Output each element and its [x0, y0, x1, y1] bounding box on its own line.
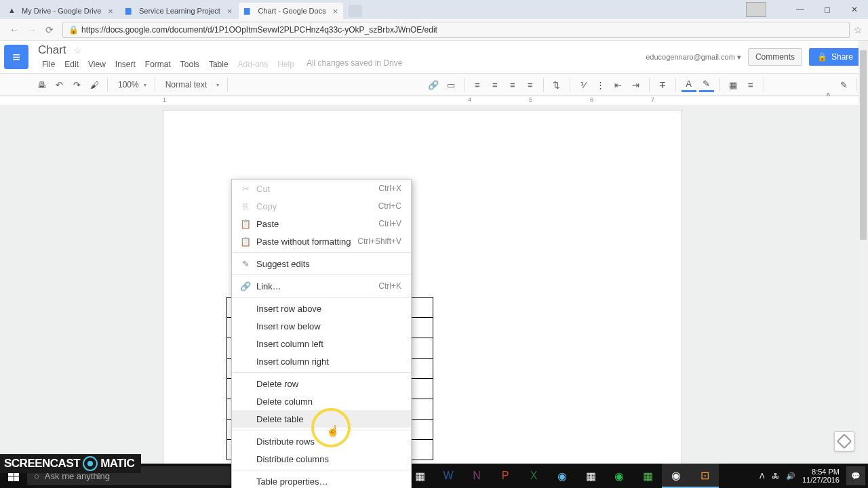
menu-file[interactable]: File: [38, 58, 59, 70]
document-title[interactable]: Chart: [38, 43, 66, 57]
tray-chevron-icon[interactable]: ᐱ: [760, 472, 765, 481]
menu-view[interactable]: View: [84, 58, 110, 70]
chrome-profile-button[interactable]: [746, 2, 766, 17]
insert-link-button[interactable]: 🔗: [426, 77, 441, 92]
style-select[interactable]: Normal text: [161, 77, 222, 92]
context-menu-item[interactable]: ✎Suggest edits: [232, 255, 411, 272]
context-menu-item[interactable]: Table properties…: [232, 472, 411, 488]
numbered-list-button[interactable]: ⅟: [576, 77, 591, 92]
editing-mode-button[interactable]: ✎: [836, 77, 851, 92]
back-button[interactable]: ←: [7, 22, 22, 37]
user-email[interactable]: educogennaro@gmail.com ▾: [646, 53, 741, 62]
context-menu-item[interactable]: Delete row: [232, 375, 411, 392]
border-width-button[interactable]: ≡: [743, 77, 758, 92]
menu-item-label: Delete row: [254, 379, 401, 389]
redo-button[interactable]: ↷: [69, 77, 84, 92]
context-menu-item[interactable]: 🔗Link…Ctrl+K: [232, 277, 411, 295]
context-menu-item[interactable]: Distribute columns: [232, 450, 411, 468]
increase-indent-button[interactable]: ⇥: [629, 77, 644, 92]
decrease-indent-button[interactable]: ⇤: [611, 77, 626, 92]
bookmark-star-icon[interactable]: ☆: [854, 24, 863, 35]
menu-item-label: Copy: [254, 201, 378, 211]
zoom-select[interactable]: 100%: [113, 77, 149, 92]
align-justify-button[interactable]: ≡: [523, 77, 538, 92]
context-menu-item[interactable]: 📋Paste without formattingCtrl+Shift+V: [232, 232, 411, 250]
menu-item-icon: ✂: [237, 184, 254, 194]
highlight-color-button[interactable]: A: [682, 77, 696, 92]
context-menu-item[interactable]: Delete column: [232, 392, 411, 410]
taskbar-app[interactable]: ▦: [633, 464, 662, 488]
menu-tools[interactable]: Tools: [176, 58, 203, 70]
paint-format-button[interactable]: 🖌: [87, 77, 102, 92]
forward-button[interactable]: →: [24, 22, 39, 37]
context-menu-item[interactable]: Distribute rows: [232, 432, 411, 450]
ruler[interactable]: 1 4 5 6 7: [0, 96, 868, 106]
new-tab-button[interactable]: [349, 5, 362, 17]
taskbar-chrome[interactable]: ◉: [662, 464, 690, 488]
align-right-button[interactable]: ≡: [505, 77, 520, 92]
tray-clock[interactable]: 8:54 PM 11/27/2016: [802, 468, 840, 484]
taskbar-powerpoint[interactable]: P: [491, 464, 519, 488]
print-button[interactable]: 🖶: [34, 77, 49, 92]
taskbar-excel[interactable]: X: [519, 464, 548, 488]
undo-button[interactable]: ↶: [52, 77, 66, 92]
context-menu-item[interactable]: Insert column right: [232, 352, 411, 370]
menu-addons[interactable]: Add-ons: [234, 58, 273, 70]
tray-volume-icon[interactable]: 🔊: [786, 472, 795, 481]
close-icon[interactable]: ×: [333, 6, 338, 16]
context-menu-item[interactable]: Delete table: [232, 410, 411, 428]
browser-tab[interactable]: ▲ My Drive - Google Drive ×: [3, 3, 119, 19]
line-spacing-button[interactable]: ⇅: [549, 77, 564, 92]
taskbar-onenote[interactable]: N: [462, 464, 491, 488]
star-icon[interactable]: ☆: [73, 45, 82, 56]
close-icon[interactable]: ×: [227, 6, 233, 16]
bulleted-list-button[interactable]: ⋮: [593, 77, 608, 92]
menu-format[interactable]: Format: [141, 58, 175, 70]
menu-separator: [232, 372, 411, 373]
close-icon[interactable]: ×: [108, 6, 113, 16]
menu-item-icon: ⎘: [237, 201, 254, 211]
text-color-button[interactable]: ✎: [699, 77, 714, 92]
document-canvas[interactable]: aph/Page # Analysis/Notes ✂CutCtrl+X⎘Cop…: [0, 106, 868, 485]
taskbar-app[interactable]: ◉: [548, 464, 576, 488]
vertical-scrollbar[interactable]: [859, 41, 868, 464]
maximize-button[interactable]: ◻: [814, 0, 841, 19]
screencast-logo: SCREENCAST MATIC: [0, 454, 141, 473]
comments-button[interactable]: Comments: [748, 48, 802, 66]
lock-icon: 🔒: [817, 52, 827, 62]
minimize-button[interactable]: —: [787, 0, 814, 19]
taskbar-recorder[interactable]: ⊡: [690, 464, 719, 488]
clear-formatting-button[interactable]: T̶: [655, 77, 670, 92]
browser-tab[interactable]: ▆ Service Learning Project ×: [120, 3, 237, 19]
close-button[interactable]: ✕: [841, 0, 868, 19]
context-menu-item[interactable]: Insert row above: [232, 300, 411, 317]
docs-home-button[interactable]: ≡: [4, 45, 28, 69]
scrollbar-thumb[interactable]: [860, 50, 867, 240]
reload-button[interactable]: ⟳: [42, 22, 57, 37]
taskbar-spotify[interactable]: ◉: [605, 464, 633, 488]
explore-button[interactable]: [834, 431, 854, 451]
menu-table[interactable]: Table: [205, 58, 233, 70]
share-button[interactable]: 🔒 Share: [809, 48, 861, 66]
context-menu-item[interactable]: Insert row below: [232, 317, 411, 335]
menu-edit[interactable]: Edit: [60, 58, 83, 70]
taskbar-word[interactable]: W: [434, 464, 462, 488]
menu-item-icon: ✎: [237, 259, 254, 269]
align-left-button[interactable]: ≡: [470, 77, 485, 92]
menu-help[interactable]: Help: [273, 58, 298, 70]
url-input[interactable]: 🔒 https://docs.google.com/document/d/1P1…: [62, 22, 850, 38]
menu-insert[interactable]: Insert: [111, 58, 140, 70]
add-comment-button[interactable]: ▭: [443, 77, 458, 92]
borders-button[interactable]: ▦: [726, 77, 741, 92]
menu-item-label: Link…: [254, 281, 378, 291]
context-menu-item[interactable]: Insert column left: [232, 335, 411, 352]
lock-icon: 🔒: [68, 25, 79, 35]
taskbar-app[interactable]: ▦: [576, 464, 605, 488]
context-menu-item: ✂CutCtrl+X: [232, 180, 411, 197]
menu-separator: [232, 274, 411, 275]
tray-network-icon[interactable]: 🖧: [772, 472, 779, 480]
context-menu-item[interactable]: 📋PasteCtrl+V: [232, 215, 411, 232]
browser-tab[interactable]: ▆ Chart - Google Docs ×: [239, 3, 343, 19]
action-center-button[interactable]: 💬: [846, 466, 865, 485]
align-center-button[interactable]: ≡: [488, 77, 502, 92]
